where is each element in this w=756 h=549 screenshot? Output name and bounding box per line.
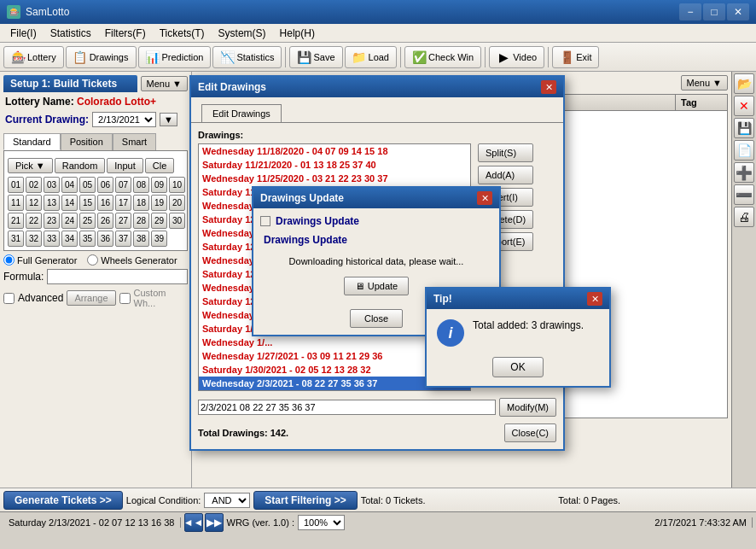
num-37[interactable]: 37 bbox=[115, 231, 131, 247]
drawing-item-2[interactable]: Wednesday 11/25/2020 - 03 21 22 23 30 37 bbox=[199, 172, 470, 185]
num-30[interactable]: 30 bbox=[169, 213, 185, 229]
full-gen-radio[interactable] bbox=[3, 254, 15, 266]
drawing-dropdown-btn[interactable]: ▼ bbox=[160, 113, 177, 126]
wheels-gen-radio[interactable] bbox=[87, 254, 98, 266]
tab-position[interactable]: Position bbox=[61, 133, 113, 150]
zoom-select[interactable]: 100% 75% 150% bbox=[298, 515, 345, 530]
drawing-item-1[interactable]: Saturday 11/21/2020 - 01 13 18 25 37 40 bbox=[199, 158, 470, 172]
toolbar-drawings-btn[interactable]: 📋 Drawings bbox=[66, 46, 137, 68]
toolbar-load-btn[interactable]: 📁 Load bbox=[345, 46, 397, 68]
num-31[interactable]: 31 bbox=[8, 231, 24, 247]
nav-right-btn[interactable]: ▶▶ bbox=[205, 513, 224, 532]
drawings-update-close-btn[interactable]: ✕ bbox=[477, 191, 492, 205]
num-29[interactable]: 29 bbox=[151, 213, 167, 229]
num-15[interactable]: 15 bbox=[79, 195, 96, 211]
toolbar-video-btn[interactable]: ▶ Video bbox=[489, 46, 544, 68]
toolbar-lottery-btn[interactable]: 🎰 Lottery bbox=[3, 46, 64, 68]
num-21[interactable]: 21 bbox=[8, 213, 24, 229]
toolbar-checkwin-btn[interactable]: ✅ Check Win bbox=[404, 46, 481, 68]
num-02[interactable]: 02 bbox=[26, 177, 42, 193]
generate-tickets-btn[interactable]: Generate Tickets >> bbox=[3, 491, 123, 510]
drawing-select[interactable]: 2/13/2021 bbox=[92, 112, 156, 127]
right-panel-menu-btn[interactable]: Menu ▼ bbox=[681, 75, 728, 91]
ed-close-btn[interactable]: Close(C) bbox=[504, 423, 556, 442]
num-05[interactable]: 05 bbox=[79, 177, 96, 193]
num-09[interactable]: 09 bbox=[151, 177, 167, 193]
start-filtering-btn[interactable]: Start Filtering >> bbox=[253, 491, 357, 510]
menu-help[interactable]: Help(H) bbox=[273, 26, 322, 41]
ok-btn[interactable]: OK bbox=[492, 357, 543, 377]
num-17[interactable]: 17 bbox=[115, 195, 131, 211]
advanced-check[interactable] bbox=[3, 293, 15, 304]
num-25[interactable]: 25 bbox=[79, 213, 96, 229]
arrange-btn[interactable]: Arrange bbox=[67, 290, 115, 306]
num-03[interactable]: 03 bbox=[44, 177, 60, 193]
num-14[interactable]: 14 bbox=[61, 195, 78, 211]
toolbar-exit-btn[interactable]: 🚪 Exit bbox=[552, 46, 599, 68]
edit-drawings-close-btn[interactable]: ✕ bbox=[541, 80, 556, 94]
toolbar-statistics-btn[interactable]: 📉 Statistics bbox=[212, 46, 282, 68]
num-24[interactable]: 24 bbox=[61, 213, 78, 229]
num-22[interactable]: 22 bbox=[26, 213, 42, 229]
tab-standard[interactable]: Standard bbox=[3, 133, 61, 150]
num-20[interactable]: 20 bbox=[169, 195, 185, 211]
logic-select[interactable]: AND OR bbox=[204, 493, 250, 508]
add-btn[interactable]: Add(A) bbox=[478, 166, 533, 184]
toolbar-prediction-btn[interactable]: 📊 Prediction bbox=[138, 46, 212, 68]
update-btn[interactable]: 🖥 Update bbox=[344, 277, 409, 295]
num-06[interactable]: 06 bbox=[97, 177, 113, 193]
num-08[interactable]: 08 bbox=[133, 177, 149, 193]
menu-file[interactable]: File(I) bbox=[3, 26, 44, 41]
tab-smart[interactable]: Smart bbox=[113, 133, 156, 150]
menu-tickets[interactable]: Tickets(T) bbox=[153, 26, 212, 41]
full-gen-option[interactable]: Full Generator bbox=[3, 254, 77, 266]
num-01[interactable]: 01 bbox=[8, 177, 24, 193]
panel-menu-btn[interactable]: Menu ▼ bbox=[141, 76, 188, 91]
sidebar-add-btn[interactable]: ➕ bbox=[734, 162, 754, 183]
num-23[interactable]: 23 bbox=[44, 213, 60, 229]
num-39[interactable]: 39 bbox=[151, 231, 167, 247]
num-04[interactable]: 04 bbox=[61, 177, 78, 193]
ed-tab[interactable]: Edit Drawings bbox=[201, 104, 282, 122]
num-10[interactable]: 10 bbox=[169, 177, 185, 193]
toolbar-save-btn[interactable]: 💾 Save bbox=[289, 46, 342, 68]
sidebar-print-btn[interactable]: 🖨 bbox=[734, 207, 754, 227]
tip-close-btn[interactable]: ✕ bbox=[587, 292, 602, 306]
num-16[interactable]: 16 bbox=[97, 195, 113, 211]
clear-btn[interactable]: Cle bbox=[145, 158, 175, 173]
modify-btn[interactable]: Modify(M) bbox=[499, 398, 556, 417]
sidebar-remove-btn[interactable]: ➖ bbox=[734, 184, 754, 205]
num-19[interactable]: 19 bbox=[151, 195, 167, 211]
nav-left-btn[interactable]: ◄◄ bbox=[184, 513, 203, 532]
num-36[interactable]: 36 bbox=[97, 231, 113, 247]
menu-filters[interactable]: Filters(F) bbox=[98, 26, 153, 41]
sidebar-open-btn[interactable]: 📂 bbox=[734, 73, 754, 94]
drawing-item-0[interactable]: Wednesday 11/18/2020 - 04 07 09 14 15 18 bbox=[199, 144, 470, 158]
num-33[interactable]: 33 bbox=[44, 231, 60, 247]
num-12[interactable]: 12 bbox=[26, 195, 42, 211]
sidebar-save-btn[interactable]: 💾 bbox=[734, 118, 754, 138]
num-18[interactable]: 18 bbox=[133, 195, 149, 211]
num-11[interactable]: 11 bbox=[8, 195, 24, 211]
num-35[interactable]: 35 bbox=[79, 231, 96, 247]
minimize-button[interactable]: − bbox=[679, 3, 701, 20]
num-27[interactable]: 27 bbox=[115, 213, 131, 229]
input-btn[interactable]: Input bbox=[107, 158, 142, 173]
maximize-button[interactable]: □ bbox=[703, 3, 725, 20]
menu-statistics[interactable]: Statistics bbox=[44, 26, 98, 41]
sidebar-doc-btn[interactable]: 📄 bbox=[734, 140, 754, 161]
sidebar-delete-btn[interactable]: ✕ bbox=[734, 96, 754, 116]
num-32[interactable]: 32 bbox=[26, 231, 42, 247]
num-07[interactable]: 07 bbox=[115, 177, 131, 193]
menu-system[interactable]: System(S) bbox=[212, 26, 273, 41]
wheels-gen-option[interactable]: Wheels Generator bbox=[87, 254, 177, 266]
modify-input[interactable] bbox=[198, 400, 496, 415]
num-34[interactable]: 34 bbox=[61, 231, 78, 247]
num-13[interactable]: 13 bbox=[44, 195, 60, 211]
num-38[interactable]: 38 bbox=[133, 231, 149, 247]
custom-wh-check[interactable] bbox=[119, 293, 131, 304]
num-26[interactable]: 26 bbox=[97, 213, 113, 229]
close-button[interactable]: ✕ bbox=[727, 3, 749, 20]
du-close-btn[interactable]: Close bbox=[350, 309, 403, 328]
pick-btn[interactable]: Pick ▼ bbox=[8, 158, 53, 173]
